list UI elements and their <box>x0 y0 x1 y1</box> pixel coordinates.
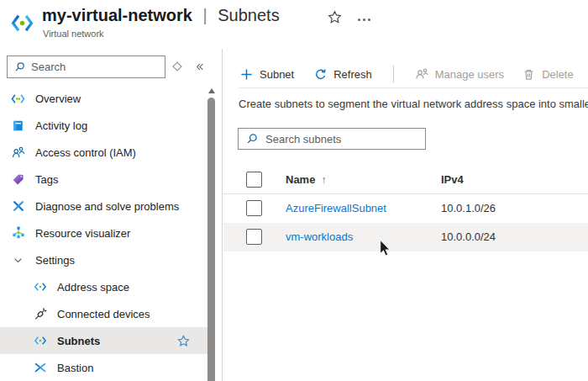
bastion-icon <box>33 361 47 374</box>
add-subnet-label: Subnet <box>260 68 294 81</box>
scrollbar-thumb[interactable] <box>207 98 215 381</box>
connected-devices-icon <box>33 307 47 320</box>
sort-ascending-icon: ↑ <box>321 174 326 186</box>
blade-description: Create subnets to segment the virtual ne… <box>239 98 588 110</box>
sidebar-item-label: Access control (IAM) <box>35 146 136 159</box>
sidebar-item-access-control[interactable]: Access control (IAM) <box>0 139 222 166</box>
vnet-overview-icon <box>11 92 25 106</box>
more-options-icon[interactable] <box>356 17 372 23</box>
activity-log-icon <box>11 119 25 132</box>
favorite-star-icon[interactable] <box>177 335 190 347</box>
subnet-search-box[interactable] <box>238 128 426 150</box>
sidebar-nav: Overview Activity log Acc <box>0 85 222 381</box>
resource-name: my-virtual-network <box>42 6 192 24</box>
command-bar: Subnet Refresh Manage users <box>240 63 588 85</box>
sidebar-scrollbar[interactable] <box>207 87 216 381</box>
tags-icon <box>11 173 25 186</box>
sidebar-item-label: Connected devices <box>57 308 150 320</box>
sidebar-item-bastion[interactable]: Bastion <box>0 354 222 381</box>
sidebar-item-label: Bastion <box>57 362 93 374</box>
delete-label: Delete <box>542 68 574 81</box>
add-subnet-button[interactable]: Subnet <box>240 68 294 81</box>
manage-users-icon <box>415 67 428 81</box>
refresh-icon <box>314 68 327 81</box>
table-row[interactable]: vm-workloads 10.0.0.0/24 <box>223 223 588 251</box>
sidebar-item-tags[interactable]: Tags <box>0 166 222 193</box>
refresh-label: Refresh <box>333 68 372 81</box>
column-header-ipv4[interactable]: IPv4 <box>441 173 464 186</box>
subnets-icon <box>33 334 47 347</box>
page-title: my-virtual-network | Subnets <box>42 6 280 25</box>
address-space-icon <box>33 280 47 294</box>
collapse-menu-icon[interactable] <box>193 61 206 73</box>
diagnose-tools-icon <box>11 199 25 213</box>
resource-menu-sidebar: Overview Activity log Acc <box>0 49 223 381</box>
subnets-blade: Subnet Refresh Manage users <box>223 49 588 381</box>
access-control-icon <box>11 146 25 159</box>
subnet-search-input[interactable] <box>265 133 425 146</box>
plus-icon <box>240 68 253 81</box>
sidebar-item-diagnose[interactable]: Diagnose and solve problems <box>0 193 222 220</box>
chevron-down-icon <box>11 255 25 266</box>
sidebar-item-label: Resource visualizer <box>35 227 130 240</box>
sidebar-item-label: Overview <box>35 93 81 105</box>
sidebar-search-box[interactable] <box>7 56 165 78</box>
search-icon <box>246 133 258 145</box>
select-all-checkbox[interactable] <box>246 172 262 188</box>
delete-button[interactable]: Delete <box>522 68 574 81</box>
resource-type-label: Virtual network <box>43 29 104 39</box>
manage-users-label: Manage users <box>435 68 504 81</box>
resource-visualizer-icon <box>11 226 25 240</box>
table-row[interactable]: AzureFirewallSubnet 10.0.1.0/26 <box>223 194 588 223</box>
trash-icon <box>522 68 535 81</box>
pin-toggle-icon[interactable] <box>172 61 181 71</box>
sidebar-item-resource-visualizer[interactable]: Resource visualizer <box>0 220 222 246</box>
refresh-button[interactable]: Refresh <box>314 68 372 81</box>
sidebar-item-subnets[interactable]: Subnets <box>0 327 209 354</box>
row-checkbox[interactable] <box>246 200 262 216</box>
sidebar-item-label: Tags <box>35 173 58 186</box>
blade-name: Subnets <box>218 6 279 24</box>
sidebar-item-activity-log[interactable]: Activity log <box>0 112 222 139</box>
favorite-star-icon[interactable] <box>328 10 342 24</box>
row-checkbox[interactable] <box>246 229 262 245</box>
sidebar-item-connected-devices[interactable]: Connected devices <box>0 300 222 327</box>
toolbar-separator <box>393 66 394 82</box>
search-icon <box>14 61 25 72</box>
subnet-ipv4-value: 10.0.1.0/26 <box>441 202 496 214</box>
column-header-name[interactable]: Name↑ <box>286 173 326 186</box>
sidebar-item-label: Activity log <box>35 119 87 132</box>
scroll-up-arrow-icon[interactable] <box>208 88 215 93</box>
page-header: my-virtual-network | Subnets Virtual net… <box>0 0 588 49</box>
subnet-ipv4-value: 10.0.0.0/24 <box>441 230 496 243</box>
table-header-row: Name↑ IPv4 <box>223 166 588 194</box>
sidebar-search-input[interactable] <box>31 61 160 73</box>
sidebar-item-overview[interactable]: Overview <box>0 85 222 112</box>
sidebar-section-settings[interactable]: Settings <box>0 246 222 273</box>
sidebar-item-label: Address space <box>57 281 129 294</box>
manage-users-button[interactable]: Manage users <box>415 67 504 81</box>
sidebar-item-address-space[interactable]: Address space <box>0 273 222 300</box>
virtual-network-icon <box>10 11 34 35</box>
sidebar-item-label: Settings <box>35 254 75 267</box>
subnets-table: Name↑ IPv4 AzureFirewallSubnet 10.0.1.0/… <box>223 166 588 251</box>
sidebar-item-label: Diagnose and solve problems <box>35 200 179 213</box>
sidebar-item-label: Subnets <box>57 335 100 347</box>
title-separator: | <box>203 6 207 24</box>
command-bar-divider <box>239 87 588 88</box>
subnet-name-link[interactable]: AzureFirewallSubnet <box>286 202 386 214</box>
subnet-name-link[interactable]: vm-workloads <box>286 230 353 243</box>
